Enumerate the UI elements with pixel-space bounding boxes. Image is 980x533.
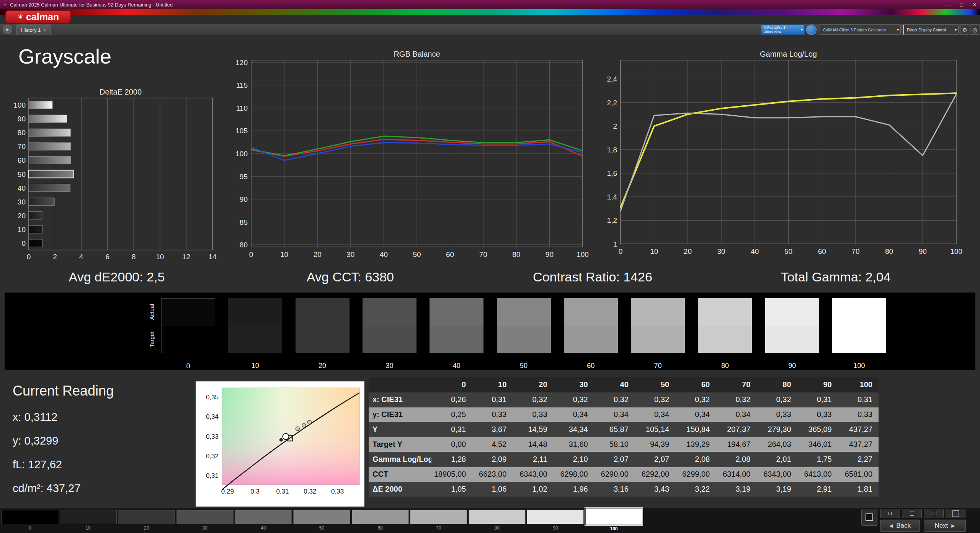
chevron-down-icon: ▾ [801, 28, 803, 32]
nav-expand-button[interactable]: ▶ [3, 25, 12, 34]
table-cell: 1,96 [554, 482, 594, 497]
pattern-level-button-30[interactable]: 30 [176, 510, 234, 531]
svg-text:12: 12 [182, 253, 190, 261]
table-cell: 1,05 [431, 482, 472, 497]
grayscale-patch-60: 60 [564, 298, 618, 353]
table-cell: 65,87 [594, 422, 635, 437]
row-label: CCT [369, 467, 431, 482]
pattern-level-button-40[interactable]: 40 [235, 510, 292, 531]
stat-avg-de2000: Avg dE2000: 2,5 [69, 270, 165, 284]
window-title: Calman 2025 Calman Ultimate for Business… [10, 2, 173, 8]
svg-text:30: 30 [18, 198, 26, 206]
table-cell: 3,16 [594, 482, 635, 497]
pattern-level-button-100[interactable]: 100 [585, 510, 642, 531]
patch-actual-half [564, 298, 618, 326]
svg-text:70: 70 [18, 142, 26, 150]
tab-strip: ▶ History 1 ▾ X-Rite i1Pro 3 - Direct Vi… [0, 24, 980, 35]
current-reading-title: Current Reading [13, 383, 114, 399]
pattern-size-button-2[interactable] [902, 509, 922, 518]
meter-name: X-Rite i1Pro 3 - [764, 26, 787, 29]
full-square-icon [952, 510, 959, 517]
pattern-level-button-70[interactable]: 70 [410, 510, 467, 531]
display-control-dropdown[interactable]: Direct Display Control ▾ [903, 25, 959, 35]
pattern-level-button-20[interactable]: 20 [118, 510, 175, 531]
measurement-table-wrap: 0102030405060708090100x: CIE310,260,310,… [369, 377, 879, 497]
svg-text:0,33: 0,33 [206, 433, 219, 440]
pattern-level-button-50[interactable]: 50 [293, 510, 350, 531]
svg-text:85: 85 [240, 218, 248, 226]
patch-level-label: 80 [698, 362, 752, 370]
patch-actual-half [698, 298, 752, 326]
table-col-header: 50 [635, 377, 675, 392]
table-header-row: 0102030405060708090100 [369, 377, 879, 392]
table-cell: 194,67 [716, 437, 756, 452]
table-cell: 1,28 [431, 452, 472, 467]
svg-text:20: 20 [314, 250, 322, 258]
patch-actual-half [162, 299, 215, 326]
svg-text:100: 100 [235, 150, 248, 158]
table-cell: 2,08 [716, 452, 756, 467]
table-cell: 0,34 [554, 407, 594, 422]
table-cell: 6298,00 [554, 467, 594, 482]
meter-status-badge[interactable] [806, 25, 817, 35]
svg-text:0,31: 0,31 [206, 472, 219, 479]
patch-target-half [296, 326, 350, 353]
back-button[interactable]: ◀ Back [880, 520, 920, 532]
pattern-level-label: 0 [1, 525, 58, 531]
svg-text:10: 10 [156, 253, 164, 261]
grayscale-patch-strip: Actual Target 0102030405060708090100 [5, 293, 975, 370]
table-cell: 1,81 [838, 482, 879, 497]
svg-text:40: 40 [751, 247, 759, 255]
patch-level-label: 0 [162, 362, 215, 370]
table-cell: 346,01 [797, 437, 838, 452]
svg-text:20: 20 [18, 212, 26, 220]
next-button[interactable]: Next ▶ [924, 520, 966, 532]
grayscale-patch-30: 30 [363, 298, 416, 353]
table-cell: 6290,00 [594, 467, 635, 482]
patch-target-half [564, 326, 618, 353]
table-cell: 3,19 [756, 482, 797, 497]
table-cell: 14,59 [513, 422, 553, 437]
pattern-level-label: 20 [118, 525, 175, 531]
svg-text:70: 70 [479, 250, 487, 258]
pattern-level-button-60[interactable]: 60 [352, 510, 409, 531]
svg-text:0: 0 [21, 239, 26, 247]
svg-text:1,4: 1,4 [607, 193, 617, 201]
page-title: Grayscale [18, 44, 111, 68]
maximize-button[interactable]: □ [960, 2, 963, 8]
pattern-level-button-10[interactable]: 10 [60, 510, 117, 531]
pattern-generator-dropdown[interactable]: CalMAN Client 3 Pattern Generator ▾ [820, 25, 901, 35]
svg-text:1: 1 [613, 240, 617, 248]
monitor-icon: ◎ [972, 27, 977, 33]
table-row: y: CIE310,250,330,330,340,340,340,340,34… [369, 407, 879, 422]
pattern-level-label: 30 [176, 525, 234, 531]
patch-target-half [497, 326, 551, 353]
table-cell: 3,43 [635, 482, 675, 497]
svg-text:1,6: 1,6 [607, 169, 617, 177]
svg-text:80: 80 [512, 250, 520, 258]
pattern-level-button-90[interactable]: 90 [527, 510, 584, 531]
close-button[interactable]: × [973, 2, 976, 8]
pattern-size-button-4[interactable] [946, 509, 965, 518]
table-cell: 437,27 [838, 422, 879, 437]
pattern-swatch [352, 510, 409, 524]
svg-text:0,32: 0,32 [304, 488, 316, 495]
tab-history-1[interactable]: History 1 ▾ [16, 25, 51, 35]
pattern-level-button-0[interactable]: 0 [1, 510, 58, 531]
pattern-size-button-3[interactable] [924, 509, 944, 518]
table-cell: 1,06 [472, 482, 513, 497]
patch-level-label: 20 [296, 362, 350, 370]
svg-text:10: 10 [280, 250, 288, 258]
meter-dropdown[interactable]: X-Rite i1Pro 3 - Direct View ▾ [761, 25, 805, 35]
svg-text:95: 95 [240, 173, 248, 181]
minimize-button[interactable]: — [944, 2, 950, 8]
table-cell: 6581,00 [838, 467, 879, 482]
pattern-size-button-1[interactable] [880, 509, 900, 518]
svg-text:10: 10 [18, 226, 26, 234]
display-settings-button[interactable]: ◎ [970, 25, 979, 35]
pattern-window-toggle-button[interactable] [861, 509, 877, 526]
pattern-level-button-80[interactable]: 80 [469, 510, 526, 531]
row-label: Gamma Log/Log [369, 452, 431, 467]
table-cell: 4,52 [472, 437, 513, 452]
settings-button[interactable]: ⚙ [960, 25, 969, 35]
